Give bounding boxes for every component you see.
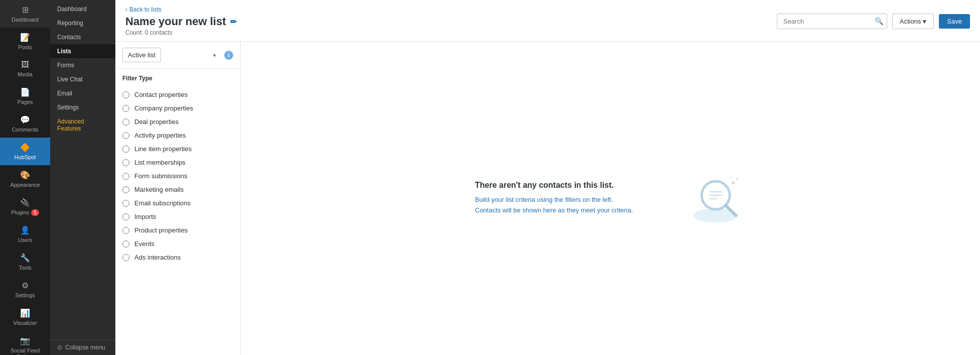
filter-option-email-subscriptions[interactable]: Email subscriptions — [115, 196, 240, 210]
filter-option-contact-props[interactable]: Contact properties — [115, 88, 240, 101]
filter-option-imports[interactable]: Imports — [115, 210, 240, 223]
filter-label-product-props: Product properties — [134, 226, 188, 234]
main-view: There aren't any contacts in this list. … — [241, 42, 980, 355]
filter-option-events[interactable]: Events — [115, 237, 240, 251]
sidebar-item-users[interactable]: 👤 Users — [0, 220, 50, 248]
submenu-item-live-chat[interactable]: Live Chat — [50, 72, 115, 86]
filter-label-contact-props: Contact properties — [134, 91, 188, 98]
sidebar-item-comments[interactable]: 💬 Comments — [0, 110, 50, 138]
sidebar: ⊞ Dashboard 📝 Posts 🖼 Media 📄 Pages 💬 Co… — [0, 0, 50, 355]
collapse-icon: ⊙ — [57, 344, 62, 351]
sidebar-item-label: Tools — [19, 265, 32, 271]
filter-option-product-props[interactable]: Product properties — [115, 223, 240, 237]
filter-radio-activity-props[interactable] — [122, 132, 129, 139]
sidebar-item-label: Settings — [15, 292, 35, 298]
submenu-item-advanced-features[interactable]: Advanced Features — [50, 114, 115, 136]
main-content: ‹ Back to lists Name your new list ✏ Cou… — [115, 0, 980, 355]
filter-label-line-item-props: Line item properties — [134, 145, 192, 153]
empty-state-title: There aren't any contacts in this list. — [475, 181, 614, 190]
back-to-lists-link[interactable]: ‹ Back to lists — [125, 6, 237, 13]
svg-point-6 — [732, 181, 735, 184]
filter-label-form-submissions: Form submissions — [134, 172, 187, 180]
filter-option-ads-interactions[interactable]: Ads interactions — [115, 251, 240, 264]
filter-radio-imports[interactable] — [122, 213, 129, 220]
dashboard-icon: ⊞ — [22, 5, 29, 15]
sidebar-item-label: Posts — [18, 44, 32, 50]
filter-option-company-props[interactable]: Company properties — [115, 101, 240, 115]
filter-radio-list-memberships[interactable] — [122, 159, 129, 166]
plugins-icon: 🔌 — [20, 198, 30, 207]
sidebar-item-label: Media — [18, 71, 33, 77]
filter-option-deal-props[interactable]: Deal properties — [115, 115, 240, 129]
submenu-item-reporting[interactable]: Reporting — [50, 16, 115, 30]
filter-option-line-item-props[interactable]: Line item properties — [115, 142, 240, 156]
info-icon[interactable]: i — [224, 51, 233, 60]
filter-option-activity-props[interactable]: Activity properties — [115, 129, 240, 142]
filter-panel: Active list Static list ▾ i Filter type … — [115, 42, 241, 355]
filter-radio-marketing-emails[interactable] — [122, 186, 129, 193]
filter-radio-email-subscriptions[interactable] — [122, 200, 129, 207]
search-icon: 🔍 — [875, 17, 883, 25]
filter-radio-line-item-props[interactable] — [122, 146, 129, 153]
top-header: ‹ Back to lists Name your new list ✏ Cou… — [115, 0, 980, 42]
sidebar-item-label: Social Feed Gallery — [3, 347, 47, 355]
empty-state-illustration — [686, 168, 746, 229]
header-right: 🔍 Actions ▾ Save — [777, 14, 970, 29]
filter-label-ads-interactions: Ads interactions — [134, 254, 181, 261]
filter-option-marketing-emails[interactable]: Marketing emails — [115, 183, 240, 196]
search-wrapper: 🔍 — [777, 14, 887, 29]
filter-radio-events[interactable] — [122, 241, 129, 248]
appearance-icon: 🎨 — [20, 170, 30, 180]
collapse-menu-button[interactable]: ⊙ Collapse menu — [50, 340, 115, 355]
save-button[interactable]: Save — [939, 14, 970, 29]
sidebar-item-visualizer[interactable]: 📊 Visualizer — [0, 303, 50, 331]
filter-label-deal-props: Deal properties — [134, 118, 179, 126]
sidebar-item-label: Visualizer — [13, 320, 37, 326]
filter-label-list-memberships: List memberships — [134, 159, 186, 166]
empty-state-wrapper: There aren't any contacts in this list. … — [475, 168, 746, 229]
submenu-item-email[interactable]: Email — [50, 86, 115, 100]
sidebar-item-label: Users — [18, 237, 33, 243]
sidebar-item-dashboard[interactable]: ⊞ Dashboard — [0, 0, 50, 28]
submenu-item-dashboard[interactable]: Dashboard — [50, 2, 115, 16]
sidebar-item-hubspot[interactable]: 🔶 HubSpot — [0, 138, 50, 165]
list-type-row: Active list Static list ▾ i — [115, 42, 240, 69]
comments-icon: 💬 — [20, 115, 30, 125]
list-type-select[interactable]: Active list Static list — [122, 48, 161, 62]
filter-option-list-memberships[interactable]: List memberships — [115, 156, 240, 169]
page-title-text: Name your new list — [125, 15, 226, 28]
edit-title-icon[interactable]: ✏ — [230, 17, 237, 27]
filter-radio-contact-props[interactable] — [122, 91, 129, 98]
submenu-item-contacts[interactable]: Contacts — [50, 30, 115, 44]
filter-radio-deal-props[interactable] — [122, 119, 129, 126]
hubspot-icon: 🔶 — [20, 143, 30, 152]
sidebar-item-settings[interactable]: ⚙ Settings — [0, 276, 50, 303]
svg-point-8 — [730, 177, 732, 179]
filter-label-events: Events — [134, 240, 154, 248]
filter-radio-product-props[interactable] — [122, 227, 129, 234]
sidebar-item-label: Pages — [17, 99, 33, 105]
filter-label-email-subscriptions: Email subscriptions — [134, 199, 191, 207]
sidebar-item-posts[interactable]: 📝 Posts — [0, 28, 50, 55]
filter-radio-company-props[interactable] — [122, 105, 129, 112]
sidebar-item-pages[interactable]: 📄 Pages — [0, 82, 50, 110]
contact-count: Count: 0 contacts — [125, 29, 237, 36]
sidebar-item-social-feed[interactable]: 📷 Social Feed Gallery — [0, 331, 50, 355]
empty-state: There aren't any contacts in this list. … — [475, 181, 635, 216]
empty-state-description: Build your list criteria using the filte… — [475, 195, 635, 216]
filter-label-imports: Imports — [134, 213, 156, 220]
filter-radio-ads-interactions[interactable] — [122, 254, 129, 261]
filter-option-form-submissions[interactable]: Form submissions — [115, 169, 240, 183]
submenu-item-settings[interactable]: Settings — [50, 100, 115, 114]
submenu-item-lists[interactable]: Lists — [50, 44, 115, 58]
sidebar-item-tools[interactable]: 🔧 Tools — [0, 248, 50, 276]
filter-radio-form-submissions[interactable] — [122, 173, 129, 180]
search-input[interactable] — [777, 14, 887, 29]
header-left: ‹ Back to lists Name your new list ✏ Cou… — [125, 6, 237, 36]
sidebar-item-plugins[interactable]: 🔌 Plugins5 — [0, 193, 50, 220]
sidebar-item-media[interactable]: 🖼 Media — [0, 55, 50, 82]
sidebar-item-appearance[interactable]: 🎨 Appearance — [0, 165, 50, 193]
filter-type-label: Filter type — [115, 69, 240, 86]
submenu-item-forms[interactable]: Forms — [50, 58, 115, 72]
actions-button[interactable]: Actions ▾ — [892, 14, 934, 29]
